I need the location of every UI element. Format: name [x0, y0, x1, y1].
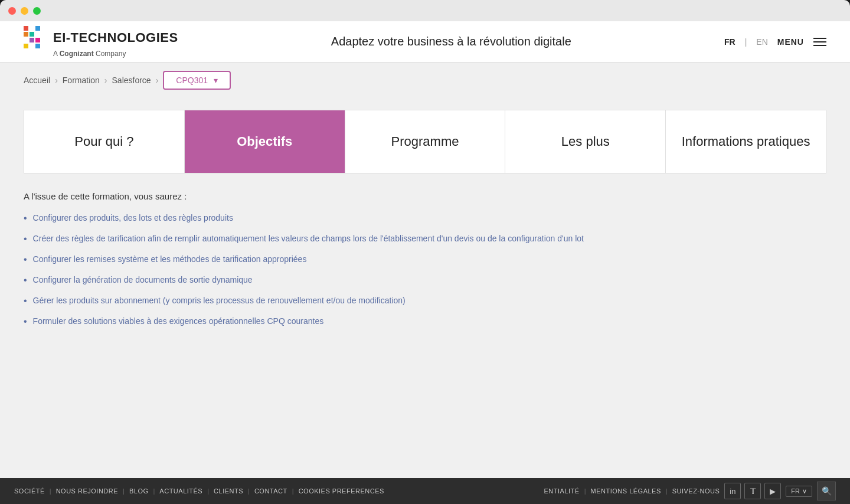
site-footer: SOCIÉTÉ | NOUS REJOINDRE | BLOG | ACTUAL… [0, 478, 850, 504]
footer-link-rejoindre[interactable]: NOUS REJOINDRE [56, 487, 118, 495]
lang-switcher[interactable]: FR ∨ [786, 486, 812, 497]
footer-link-suivez[interactable]: SUIVEZ-NOUS [672, 487, 720, 495]
footer-link-contact[interactable]: CONTACT [254, 487, 287, 495]
logo-area: EI-TECHNOLOGIES A Cognizant Company [24, 26, 178, 58]
footer-social: in 𝕋 ▶ [724, 483, 781, 499]
logo-icon [24, 26, 47, 50]
nav-tabs: Pour qui ? Objectifs Programme Les plus … [24, 110, 826, 174]
list-item: Formuler des solutions viables à des exi… [24, 315, 826, 329]
footer-left-links: SOCIÉTÉ | NOUS REJOINDRE | BLOG | ACTUAL… [14, 487, 384, 495]
site-header: EI-TECHNOLOGIES A Cognizant Company Adap… [0, 21, 850, 63]
footer-link-actualites[interactable]: ACTUALITÉS [159, 487, 202, 495]
breadcrumb-sep-3: › [156, 76, 159, 85]
objectives-list: Configurer des produits, des lots et des… [24, 212, 826, 329]
logo-text: EI-TECHNOLOGIES [53, 30, 178, 45]
traffic-light-green[interactable] [33, 7, 41, 15]
breadcrumb-current: CPQ301 [176, 76, 208, 85]
logo-subtitle: A Cognizant Company [53, 50, 126, 58]
twitter-icon[interactable]: 𝕋 [744, 483, 761, 499]
intro-text: A l'issue de cette formation, vous saure… [24, 191, 826, 201]
tab-pour-qui[interactable]: Pour qui ? [24, 110, 185, 173]
hamburger-button[interactable] [813, 38, 826, 46]
tab-les-plus[interactable]: Les plus [505, 110, 666, 173]
list-item: Configurer les remises système et les mé… [24, 253, 826, 267]
breadcrumb-dropdown[interactable]: CPQ301 ▾ [163, 71, 231, 90]
tab-objectifs[interactable]: Objectifs [185, 110, 345, 173]
tab-informations[interactable]: Informations pratiques [666, 110, 826, 173]
list-item: Configurer la génération de documents de… [24, 274, 826, 287]
breadcrumb-sep-2: › [104, 76, 107, 85]
header-right: FR | EN MENU [724, 37, 826, 47]
lang-separator: | [745, 37, 747, 47]
breadcrumb-sep-1: › [55, 76, 58, 85]
footer-link-blog[interactable]: BLOG [129, 487, 149, 495]
lang-fr-button[interactable]: FR [724, 37, 735, 47]
footer-link-societe[interactable]: SOCIÉTÉ [14, 487, 45, 495]
traffic-light-yellow[interactable] [21, 7, 28, 15]
dropdown-arrow-icon: ▾ [214, 76, 218, 85]
breadcrumb-formation[interactable]: Formation [63, 76, 100, 85]
list-item: Configurer des produits, des lots et des… [24, 212, 826, 225]
list-item: Créer des règles de tarification afin de… [24, 233, 826, 246]
footer-link-cookies[interactable]: COOKIES PREFERENCES [299, 487, 384, 495]
footer-link-mentions[interactable]: MENTIONS LÉGALES [591, 487, 661, 495]
footer-link-clients[interactable]: CLIENTS [214, 487, 243, 495]
lang-en-button[interactable]: EN [756, 37, 767, 47]
search-button[interactable]: 🔍 [817, 482, 836, 500]
header-tagline: Adaptez votre business à la révolution d… [331, 35, 571, 48]
search-icon: 🔍 [822, 486, 832, 496]
youtube-icon[interactable]: ▶ [764, 483, 781, 499]
footer-right: ENTIALITÉ | MENTIONS LÉGALES | SUIVEZ-NO… [544, 482, 836, 500]
footer-link-confidentialite[interactable]: ENTIALITÉ [544, 487, 580, 495]
tab-programme[interactable]: Programme [345, 110, 506, 173]
footer-legal-links: ENTIALITÉ | MENTIONS LÉGALES | SUIVEZ-NO… [544, 487, 720, 495]
content-area: A l'issue de cette formation, vous saure… [0, 174, 850, 478]
list-item: Gérer les produits sur abonnement (y com… [24, 294, 826, 308]
linkedin-icon[interactable]: in [724, 483, 741, 499]
menu-label[interactable]: MENU [777, 37, 804, 47]
traffic-light-red[interactable] [8, 7, 16, 15]
breadcrumb-home[interactable]: Accueil [24, 76, 50, 85]
breadcrumb-salesforce[interactable]: Salesforce [112, 76, 151, 85]
breadcrumb: Accueil › Formation › Salesforce › CPQ30… [0, 63, 850, 98]
